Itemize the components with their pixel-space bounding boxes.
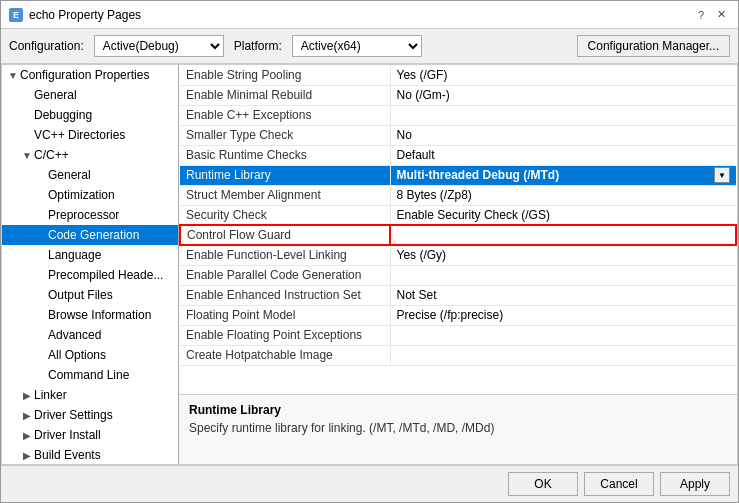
table-row[interactable]: Enable Floating Point Exceptions [180,325,736,345]
tree-item-build-events[interactable]: ▶ Build Events [2,445,178,464]
echo-property-pages-dialog: E echo Property Pages ? ✕ Configuration:… [0,0,739,503]
tree-label: General [48,168,91,182]
tree-item-vc-directories[interactable]: VC++ Directories [2,125,178,145]
tree-item-command-line[interactable]: Command Line [2,365,178,385]
table-row-runtime-library[interactable]: Runtime Library Multi-threaded Debug (/M… [180,165,736,185]
configuration-manager-button[interactable]: Configuration Manager... [577,35,730,57]
expand-icon: ▶ [20,450,34,461]
tree-scroll-area[interactable]: ▼ Configuration Properties General Debug… [2,65,178,464]
table-row[interactable]: Security Check Enable Security Check (/G… [180,205,736,225]
dialog-title: echo Property Pages [29,8,141,22]
tree-item-preprocessor[interactable]: Preprocessor [2,205,178,225]
property-value [390,345,736,365]
expand-icon: ▶ [20,410,34,421]
close-button[interactable]: ✕ [712,6,730,24]
tree-item-language[interactable]: Language [2,245,178,265]
property-value: Default [390,145,736,165]
tree-item-code-generation[interactable]: Code Generation [2,225,178,245]
property-value: Yes (/Gy) [390,245,736,265]
tree-item-debugging[interactable]: Debugging [2,105,178,125]
table-row[interactable]: Enable Parallel Code Generation [180,265,736,285]
platform-select[interactable]: Active(x64) [292,35,422,57]
table-row[interactable]: Floating Point Model Precise (/fp:precis… [180,305,736,325]
tree-item-config-properties[interactable]: ▼ Configuration Properties [2,65,178,85]
property-value: Enable Security Check (/GS) [390,205,736,225]
window-controls: ? ✕ [692,6,730,24]
property-value: Precise (/fp:precise) [390,305,736,325]
tree-label: Linker [34,388,67,402]
property-value: Not Set [390,285,736,305]
table-row[interactable]: Enable Function-Level Linking Yes (/Gy) [180,245,736,265]
tree-label: Precompiled Heade... [48,268,163,282]
property-name: Enable Minimal Rebuild [180,85,390,105]
tree-item-all-options[interactable]: All Options [2,345,178,365]
tree-item-general[interactable]: General [2,85,178,105]
property-panel: Enable String Pooling Yes (/GF) Enable M… [179,64,738,465]
property-value [390,265,736,285]
apply-button[interactable]: Apply [660,472,730,496]
title-bar: E echo Property Pages ? ✕ [1,1,738,29]
tree-label: Browse Information [48,308,151,322]
tree-label: Preprocessor [48,208,119,222]
table-row[interactable]: Struct Member Alignment 8 Bytes (/Zp8) [180,185,736,205]
property-name: Create Hotpatchable Image [180,345,390,365]
tree-item-linker[interactable]: ▶ Linker [2,385,178,405]
tree-item-browse-information[interactable]: Browse Information [2,305,178,325]
property-name: Basic Runtime Checks [180,145,390,165]
tree-label: VC++ Directories [34,128,125,142]
configuration-label: Configuration: [9,39,84,53]
tree-label: General [34,88,77,102]
runtime-library-dropdown[interactable]: ▼ [714,167,730,183]
property-value [390,225,736,245]
cancel-button[interactable]: Cancel [584,472,654,496]
tree-label: Advanced [48,328,101,342]
table-row[interactable]: Basic Runtime Checks Default [180,145,736,165]
property-value [390,325,736,345]
tree-item-driver-install[interactable]: ▶ Driver Install [2,425,178,445]
help-button[interactable]: ? [692,6,710,24]
tree-item-precompiled-headers[interactable]: Precompiled Heade... [2,265,178,285]
table-row[interactable]: Enable String Pooling Yes (/GF) [180,65,736,85]
table-row[interactable]: Enable Enhanced Instruction Set Not Set [180,285,736,305]
property-table[interactable]: Enable String Pooling Yes (/GF) Enable M… [179,65,737,394]
description-text: Specify runtime library for linking. (/M… [189,421,727,435]
table-row-control-flow[interactable]: Control Flow Guard [180,225,736,245]
tree-item-cpp-general[interactable]: General [2,165,178,185]
ok-button[interactable]: OK [508,472,578,496]
tree-item-cpp[interactable]: ▼ C/C++ [2,145,178,165]
tree-label: Configuration Properties [20,68,149,82]
property-value: Multi-threaded Debug (/MTd) ▼ [390,165,736,185]
tree-label: Output Files [48,288,113,302]
property-name: Enable Parallel Code Generation [180,265,390,285]
tree-item-optimization[interactable]: Optimization [2,185,178,205]
table-row[interactable]: Create Hotpatchable Image [180,345,736,365]
tree-item-output-files[interactable]: Output Files [2,285,178,305]
main-content: ▼ Configuration Properties General Debug… [1,64,738,465]
tree-label: All Options [48,348,106,362]
property-name: Security Check [180,205,390,225]
table-row[interactable]: Enable Minimal Rebuild No (/Gm-) [180,85,736,105]
table-row[interactable]: Smaller Type Check No [180,125,736,145]
description-title: Runtime Library [189,403,727,417]
table-row[interactable]: Enable C++ Exceptions [180,105,736,125]
tree-label: Language [48,248,101,262]
properties-table: Enable String Pooling Yes (/GF) Enable M… [179,65,737,366]
tree-label: Build Events [34,448,101,462]
property-value: 8 Bytes (/Zp8) [390,185,736,205]
tree-label: Code Generation [48,228,139,242]
property-name: Runtime Library [180,165,390,185]
property-name: Floating Point Model [180,305,390,325]
tree-label: Driver Install [34,428,101,442]
tree-label: Debugging [34,108,92,122]
tree-item-driver-settings[interactable]: ▶ Driver Settings [2,405,178,425]
property-name: Enable Floating Point Exceptions [180,325,390,345]
configuration-select[interactable]: Active(Debug) [94,35,224,57]
button-bar: OK Cancel Apply [1,465,738,502]
property-name: Smaller Type Check [180,125,390,145]
platform-label: Platform: [234,39,282,53]
tree-item-advanced[interactable]: Advanced [2,325,178,345]
property-name: Enable C++ Exceptions [180,105,390,125]
property-name: Enable Enhanced Instruction Set [180,285,390,305]
property-value [390,105,736,125]
expand-icon: ▶ [20,390,34,401]
